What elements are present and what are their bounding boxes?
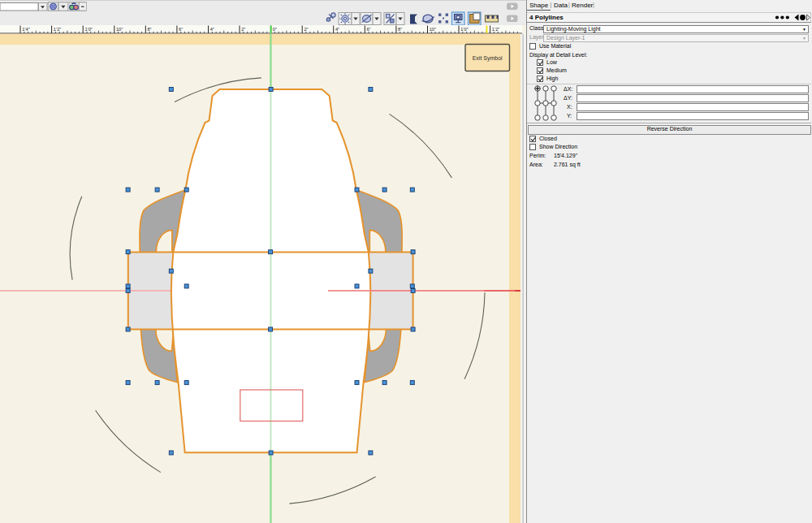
- svg-text:1’4″: 1’4″: [22, 27, 29, 32]
- svg-text:1’2″: 1’2″: [54, 27, 61, 32]
- svg-text:1’2″: 1’2″: [492, 27, 499, 32]
- svg-text:1’0″: 1’0″: [84, 27, 92, 32]
- svg-text:10″: 10″: [430, 27, 436, 32]
- svg-text:2″: 2″: [241, 27, 245, 32]
- svg-text:10″: 10″: [116, 27, 123, 32]
- svg-text:4″: 4″: [210, 27, 214, 32]
- svg-text:4″: 4″: [335, 27, 339, 32]
- svg-text:1’0″: 1’0″: [460, 27, 468, 32]
- svg-text:Exit Symbol: Exit Symbol: [473, 55, 503, 62]
- svg-text:6″: 6″: [367, 27, 371, 32]
- svg-text:8″: 8″: [148, 27, 152, 32]
- svg-text:8″: 8″: [398, 27, 402, 32]
- svg-text:6″: 6″: [179, 27, 183, 32]
- svg-text:0″: 0″: [273, 27, 277, 32]
- svg-text:2″: 2″: [304, 27, 308, 32]
